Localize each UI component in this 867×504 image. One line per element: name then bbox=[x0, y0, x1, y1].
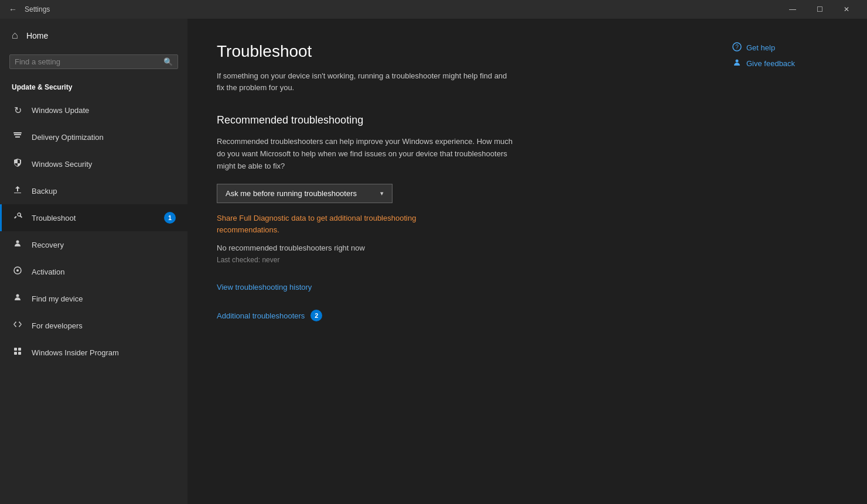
find-device-icon bbox=[12, 293, 23, 304]
svg-point-1 bbox=[16, 241, 19, 244]
maximize-button[interactable]: ☐ bbox=[806, 0, 833, 19]
recommended-section: Recommended troubleshooting Recommended … bbox=[217, 114, 838, 264]
app-body: ⌂ Home 🔍 Update & Security ↻ Windows Upd… bbox=[0, 19, 867, 504]
troubleshoot-icon bbox=[12, 212, 23, 224]
update-icon: ↻ bbox=[12, 105, 23, 116]
sidebar: ⌂ Home 🔍 Update & Security ↻ Windows Upd… bbox=[0, 19, 187, 504]
view-history-section: View troubleshooting history bbox=[217, 282, 838, 292]
sidebar-item-label: Recovery bbox=[32, 241, 176, 249]
chevron-down-icon: ▾ bbox=[380, 190, 384, 197]
titlebar-title: Settings bbox=[25, 5, 50, 13]
sidebar-item-label: Activation bbox=[32, 268, 176, 276]
insider-icon bbox=[12, 347, 23, 358]
sidebar-section-title: Update & Security bbox=[0, 78, 187, 97]
dropdown-value: Ask me before running troubleshooters bbox=[226, 189, 357, 198]
security-icon bbox=[12, 158, 23, 170]
give-feedback-link[interactable]: Give feedback bbox=[732, 58, 838, 69]
sidebar-item-label: Windows Insider Program bbox=[32, 348, 176, 357]
svg-rect-5 bbox=[14, 348, 17, 351]
sidebar-item-windows-security[interactable]: Windows Security bbox=[0, 150, 187, 177]
activation-icon bbox=[12, 266, 23, 277]
svg-rect-0 bbox=[13, 132, 22, 133]
svg-text:?: ? bbox=[735, 44, 739, 50]
content-header: Troubleshoot If something on your device… bbox=[217, 42, 838, 93]
titlebar: ← Settings — ☐ ✕ bbox=[0, 0, 867, 19]
recommended-description: Recommended troubleshooters can help imp… bbox=[217, 136, 521, 172]
svg-point-11 bbox=[736, 60, 739, 63]
svg-rect-6 bbox=[18, 348, 21, 351]
sidebar-item-label: Windows Update bbox=[32, 106, 176, 115]
svg-rect-7 bbox=[14, 352, 17, 355]
window-controls: — ☐ ✕ bbox=[779, 0, 860, 19]
recovery-icon bbox=[12, 239, 23, 251]
search-input[interactable] bbox=[15, 57, 163, 66]
svg-point-4 bbox=[16, 294, 19, 297]
sidebar-item-find-my-device[interactable]: Find my device bbox=[0, 285, 187, 312]
troubleshoot-badge: 1 bbox=[164, 212, 176, 224]
help-links: ? Get help Give feedback bbox=[732, 42, 838, 69]
sidebar-item-delivery-optimization[interactable]: Delivery Optimization bbox=[0, 124, 187, 150]
content-title-area: Troubleshoot If something on your device… bbox=[217, 42, 510, 93]
svg-point-3 bbox=[16, 269, 19, 272]
additional-troubleshooters-link[interactable]: Additional troubleshooters bbox=[217, 311, 305, 320]
sidebar-item-label: For developers bbox=[32, 321, 176, 330]
page-subtitle: If something on your device isn't workin… bbox=[217, 70, 510, 93]
content-area: Troubleshoot If something on your device… bbox=[187, 19, 867, 504]
sidebar-item-label: Backup bbox=[32, 187, 176, 196]
home-label: Home bbox=[26, 31, 48, 40]
get-help-link[interactable]: ? Get help bbox=[732, 42, 838, 53]
no-troubleshooters-text: No recommended troubleshooters right now bbox=[217, 244, 838, 252]
sidebar-item-windows-insider[interactable]: Windows Insider Program bbox=[0, 339, 187, 366]
page-title: Troubleshoot bbox=[217, 42, 510, 61]
close-button[interactable]: ✕ bbox=[833, 0, 860, 19]
get-help-icon: ? bbox=[732, 42, 742, 53]
sidebar-item-activation[interactable]: Activation bbox=[0, 258, 187, 285]
sidebar-item-recovery[interactable]: Recovery bbox=[0, 231, 187, 258]
sidebar-item-label: Find my device bbox=[32, 294, 176, 303]
share-diagnostic-link[interactable]: Share Full Diagnostic data to get additi… bbox=[217, 212, 451, 235]
home-icon: ⌂ bbox=[12, 29, 18, 42]
recommended-title: Recommended troubleshooting bbox=[217, 114, 838, 126]
feedback-icon bbox=[732, 58, 742, 69]
backup-icon bbox=[12, 185, 23, 197]
sidebar-item-windows-update[interactable]: ↻ Windows Update bbox=[0, 97, 187, 124]
sidebar-item-backup[interactable]: Backup bbox=[0, 177, 187, 204]
sidebar-item-label: Delivery Optimization bbox=[32, 133, 176, 142]
additional-troubleshooters-section: Additional troubleshooters 2 bbox=[217, 310, 838, 321]
developer-icon bbox=[12, 320, 23, 331]
troubleshoot-dropdown[interactable]: Ask me before running troubleshooters ▾ bbox=[217, 184, 392, 203]
svg-rect-8 bbox=[18, 352, 21, 355]
sidebar-home[interactable]: ⌂ Home bbox=[0, 19, 187, 52]
sidebar-item-troubleshoot[interactable]: Troubleshoot 1 bbox=[0, 204, 187, 231]
sidebar-item-for-developers[interactable]: For developers bbox=[0, 312, 187, 339]
additional-troubleshooters-badge: 2 bbox=[310, 310, 322, 321]
back-button[interactable]: ← bbox=[7, 4, 19, 15]
get-help-label: Get help bbox=[746, 43, 775, 52]
sidebar-item-label: Troubleshoot bbox=[32, 214, 156, 222]
sidebar-search-container: 🔍 bbox=[9, 54, 178, 69]
last-checked-text: Last checked: never bbox=[217, 256, 838, 264]
give-feedback-label: Give feedback bbox=[746, 59, 795, 68]
sidebar-item-label: Windows Security bbox=[32, 160, 176, 169]
minimize-button[interactable]: — bbox=[779, 0, 806, 19]
view-history-link[interactable]: View troubleshooting history bbox=[217, 283, 312, 292]
search-icon: 🔍 bbox=[163, 57, 173, 66]
delivery-icon bbox=[12, 131, 23, 143]
